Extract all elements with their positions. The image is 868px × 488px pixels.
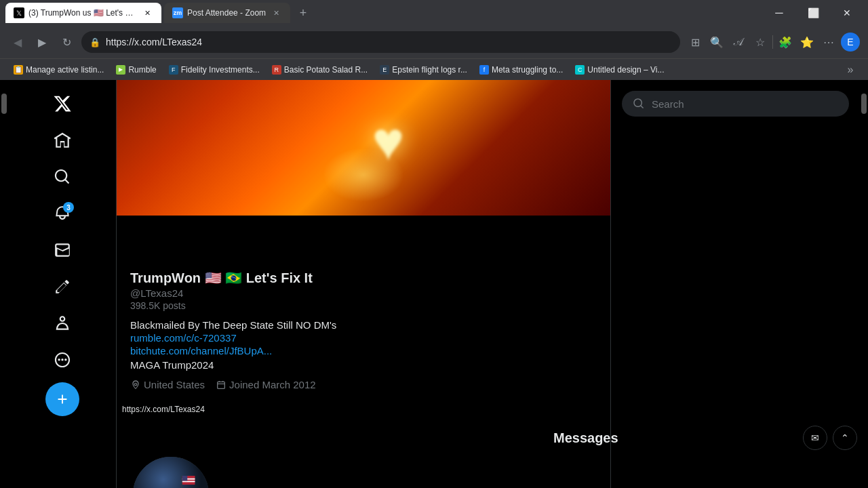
bookmark-favicon-1: 📋 bbox=[14, 65, 23, 75]
edge-account-icon[interactable]: E bbox=[841, 33, 860, 52]
minimize-button[interactable]: ─ bbox=[764, 2, 795, 24]
lock-icon: 🔒 bbox=[90, 37, 100, 47]
forward-button[interactable]: ▶ bbox=[33, 33, 52, 52]
bookmark-favicon-5: E bbox=[380, 65, 389, 75]
person-icon bbox=[54, 314, 71, 332]
maximize-button[interactable]: ⬜ bbox=[797, 2, 829, 24]
bookmark-canva[interactable]: C Untitled design – Vi... bbox=[570, 62, 669, 77]
favorites-bar-icon[interactable]: ⭐ bbox=[797, 33, 816, 52]
sidebar-item-more[interactable] bbox=[45, 343, 79, 377]
tab-x-label: (3) TrumpWon us 🇺🇸 Let's Fix It (@ bbox=[28, 8, 137, 18]
right-scrollbar-thumb bbox=[861, 94, 867, 114]
read-aloud-icon[interactable]: 𝒜 bbox=[729, 33, 748, 52]
search-icon bbox=[54, 168, 71, 186]
post-count: 398.5K posts bbox=[130, 300, 597, 311]
location-icon bbox=[130, 380, 141, 390]
search-input[interactable] bbox=[652, 98, 838, 110]
twitter-logo-button[interactable] bbox=[45, 87, 79, 121]
tab-x-close[interactable]: ✕ bbox=[141, 7, 153, 19]
tab-zoom-favicon: zm bbox=[172, 7, 183, 18]
sun-glow bbox=[323, 148, 404, 202]
back-button[interactable]: ◀ bbox=[8, 33, 27, 52]
sidebar-item-write[interactable] bbox=[45, 270, 79, 304]
avatar-image bbox=[133, 457, 209, 488]
profile-link-1[interactable]: rumble.com/c/c-720337 bbox=[130, 332, 597, 344]
cover-photo bbox=[117, 80, 610, 216]
svg-rect-9 bbox=[182, 481, 195, 482]
joined-text: Joined March 2012 bbox=[229, 379, 316, 390]
url-text: https://x.com/LTexas24 bbox=[106, 37, 672, 47]
bookmark-favicon-2: ▶ bbox=[116, 65, 125, 75]
svg-rect-0 bbox=[133, 457, 209, 488]
bookmarks-bar: 📋 Manage active listin... ▶ Rumble F Fid… bbox=[0, 58, 868, 80]
profile-joined: Joined March 2012 bbox=[216, 379, 316, 390]
profile-info: TrumpWon 🇺🇸 🇧🇷 Let's Fix It @LTexas24 39… bbox=[117, 216, 610, 401]
profile-location: United States bbox=[130, 379, 205, 390]
tab-zoom-label: Post Attendee - Zoom bbox=[187, 8, 266, 18]
left-scrollbar-thumb bbox=[1, 94, 7, 114]
bookmark-label-2: Rumble bbox=[128, 65, 156, 75]
search-bar[interactable] bbox=[622, 91, 849, 117]
favorites-icon[interactable]: ☆ bbox=[751, 33, 770, 52]
bookmark-meta[interactable]: f Meta struggling to... bbox=[474, 62, 568, 77]
messages-section: Messages ✉ ⌃ bbox=[553, 426, 857, 450]
sidebar-item-profile[interactable] bbox=[45, 306, 79, 340]
tab-zoom[interactable]: zm Post Attendee - Zoom ✕ bbox=[164, 3, 290, 23]
bookmark-manage-listing[interactable]: 📋 Manage active listin... bbox=[8, 62, 109, 77]
main-profile-content: ← bbox=[117, 80, 610, 488]
bookmark-label-7: Untitled design – Vi... bbox=[587, 65, 664, 75]
status-url-text: https://x.com/LTexas24 bbox=[122, 405, 205, 414]
mail-icon bbox=[54, 241, 71, 259]
bookmark-favicon-6: f bbox=[479, 65, 489, 75]
new-tab-button[interactable]: + bbox=[293, 3, 313, 23]
x-logo-icon bbox=[53, 94, 72, 113]
twitter-sidebar: 3 bbox=[8, 80, 117, 488]
search-icon bbox=[633, 98, 645, 110]
profile-bio: Blackmailed By The Deep State Still NO D… bbox=[130, 319, 597, 331]
bookmark-label-6: Meta struggling to... bbox=[492, 65, 563, 75]
plus-compose-icon bbox=[55, 392, 70, 407]
profile-name: TrumpWon 🇺🇸 🇧🇷 Let's Fix It bbox=[130, 270, 597, 286]
messages-settings-icon-btn[interactable]: ⌃ bbox=[833, 426, 857, 450]
bookmark-potato-salad[interactable]: R Basic Potato Salad R... bbox=[267, 62, 373, 77]
calendar-icon bbox=[216, 380, 226, 390]
profile-handle: @LTexas24 bbox=[130, 287, 597, 299]
more-menu-icon[interactable]: ⋯ bbox=[819, 33, 838, 52]
close-window-button[interactable]: ✕ bbox=[831, 2, 863, 24]
bookmark-favicon-3: F bbox=[169, 65, 178, 75]
bookmark-rumble[interactable]: ▶ Rumble bbox=[111, 62, 161, 77]
browser-title-bar: 𝕏 (3) TrumpWon us 🇺🇸 Let's Fix It (@ ✕ z… bbox=[0, 0, 868, 26]
left-scrollbar[interactable] bbox=[0, 80, 8, 488]
divider1 bbox=[772, 35, 773, 49]
bookmark-favicon-7: C bbox=[575, 65, 585, 75]
right-scrollbar[interactable] bbox=[860, 80, 868, 488]
bookmark-label-3: Fidelity Investments... bbox=[181, 65, 260, 75]
compose-button[interactable] bbox=[45, 382, 79, 416]
notification-badge: 3 bbox=[63, 202, 74, 213]
avatar-silhouette-icon bbox=[133, 457, 209, 488]
bookmarks-more-button[interactable]: » bbox=[841, 60, 860, 79]
bookmark-epstein[interactable]: E Epstein flight logs r... bbox=[374, 62, 473, 77]
sidebar-item-notifications[interactable]: 3 bbox=[45, 197, 79, 230]
tab-search-icon[interactable]: ⊞ bbox=[686, 33, 705, 52]
bookmark-favicon-4: R bbox=[272, 65, 281, 75]
svg-rect-6 bbox=[181, 476, 182, 488]
profile-link-2[interactable]: bitchute.com/channel/JfBUpA... bbox=[130, 345, 597, 357]
bookmark-label-5: Epstein flight logs r... bbox=[392, 65, 467, 75]
bookmark-fidelity[interactable]: F Fidelity Investments... bbox=[163, 62, 265, 77]
profile-meta: United States Joined March 2012 bbox=[130, 379, 597, 390]
extensions-icon[interactable]: 🧩 bbox=[776, 33, 795, 52]
toolbar-icons: ⊞ 🔍 𝒜 ☆ 🧩 ⭐ ⋯ E bbox=[686, 33, 860, 52]
browser-search-icon[interactable]: 🔍 bbox=[707, 33, 726, 52]
reload-button[interactable]: ↻ bbox=[57, 33, 76, 52]
sidebar-item-home[interactable] bbox=[45, 123, 79, 157]
address-bar[interactable]: 🔒 https://x.com/LTexas24 bbox=[81, 31, 680, 53]
home-icon bbox=[54, 131, 71, 149]
page-content: 3 ← bbox=[0, 80, 868, 488]
tab-x[interactable]: 𝕏 (3) TrumpWon us 🇺🇸 Let's Fix It (@ ✕ bbox=[5, 3, 161, 23]
tab-zoom-close[interactable]: ✕ bbox=[270, 7, 282, 19]
messages-compose-icon-btn[interactable]: ✉ bbox=[803, 426, 827, 450]
status-bar: https://x.com/LTexas24 bbox=[117, 401, 610, 418]
sidebar-item-messages[interactable] bbox=[45, 233, 79, 267]
sidebar-item-explore[interactable] bbox=[45, 160, 79, 194]
